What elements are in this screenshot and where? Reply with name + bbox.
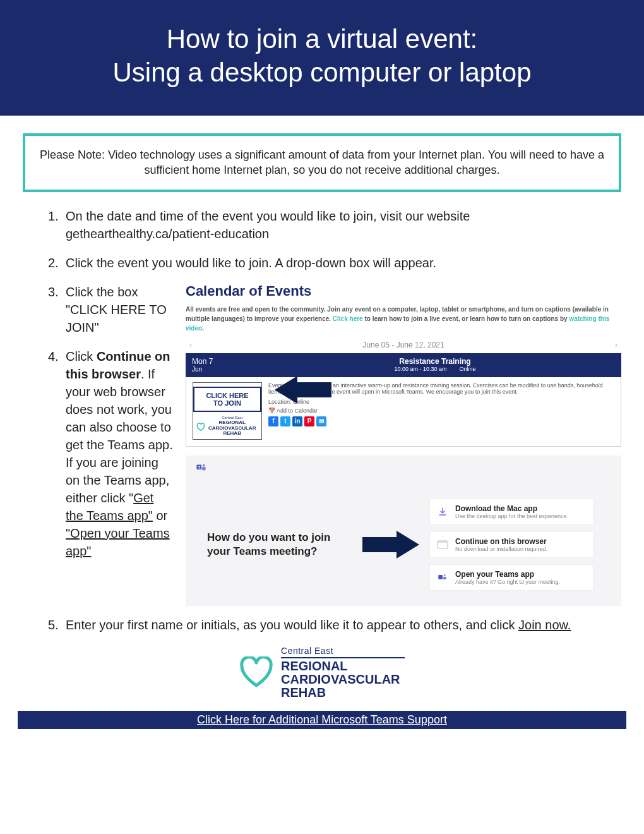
step-number: 4.	[48, 348, 66, 560]
event-body: CLICK HERE TO JOIN Central East REGIONAL…	[186, 377, 621, 447]
title-line-2: Using a desktop computer or laptop	[112, 57, 531, 87]
svg-point-2	[203, 464, 205, 466]
download-icon	[436, 505, 449, 518]
teams-screenshot: T How do you want to join your Teams mee…	[186, 456, 621, 606]
svg-text:T: T	[198, 466, 200, 469]
steps-3-4-text: 3. Click the box "CLICK HERE TO JOIN" 4.…	[48, 283, 174, 571]
social-share: f t in P ✉	[268, 416, 614, 426]
step-text: Enter your first name or initials, as yo…	[66, 616, 621, 634]
organization-logo: Central East REGIONAL CARDIOVASCULAR REH…	[23, 645, 621, 699]
teams-question: How do you want to join your Teams meeti…	[207, 531, 352, 559]
calendar-nav: ‹ June 05 - June 12, 2021 ›	[186, 339, 621, 353]
svg-point-7	[444, 574, 446, 576]
arrow-right-icon	[362, 531, 419, 559]
browser-icon	[436, 538, 449, 551]
email-icon[interactable]: ✉	[316, 416, 326, 426]
steps-list-cont: 5. Enter your first name or initials, as…	[23, 616, 621, 634]
event-date: Mon 7 Jun	[192, 357, 255, 373]
pinterest-icon[interactable]: P	[304, 416, 314, 426]
facebook-icon[interactable]: f	[268, 416, 278, 426]
footer-support-link[interactable]: Click Here for Additional Microsoft Team…	[18, 711, 626, 729]
add-to-calendar-link[interactable]: 📅 Add to Calendar	[268, 408, 614, 414]
click-here-to-join-button[interactable]: CLICK HERE TO JOIN	[193, 387, 261, 412]
page-title: How to join a virtual event: Using a des…	[14, 23, 630, 89]
join-panel: CLICK HERE TO JOIN Central East REGIONAL…	[193, 382, 262, 440]
step-4: 4. Click Continue on this browser. If yo…	[48, 348, 174, 560]
open-teams-app-option[interactable]: Open your Teams appAlready have it? Go r…	[429, 564, 593, 591]
organizer-logo: Central East REGIONAL CARDIOVASCULAR REH…	[193, 414, 261, 438]
teams-content-row: How do you want to join your Teams meeti…	[196, 499, 611, 591]
step-text: On the date and time of the event you wo…	[66, 207, 621, 243]
svg-rect-8	[443, 577, 446, 580]
screenshots-column: Calendar of Events All events are free a…	[186, 283, 621, 607]
step-1: 1. On the date and time of the event you…	[48, 207, 621, 243]
teams-options: Download the Mac appUse the desktop app …	[429, 499, 593, 591]
step-number: 1.	[48, 207, 66, 243]
step-text: Click the box "CLICK HERE TO JOIN"	[66, 283, 174, 336]
linkedin-icon[interactable]: in	[292, 416, 302, 426]
teams-icon: T	[196, 462, 207, 473]
event-time: 10:00 am - 10:30 am	[394, 366, 446, 372]
date-range: June 05 - June 12, 2021	[362, 341, 444, 349]
arrow-left-icon	[275, 376, 331, 404]
teams-small-icon	[436, 571, 449, 584]
content: Please Note: Video technology uses a sig…	[0, 116, 644, 699]
note-text: Please Note: Video technology uses a sig…	[40, 148, 604, 176]
arrow-annotation	[275, 376, 331, 406]
steps-3-4-row: 3. Click the box "CLICK HERE TO JOIN" 4.…	[23, 283, 621, 607]
svg-rect-5	[438, 541, 448, 543]
steps-list: 1. On the date and time of the event you…	[23, 207, 621, 272]
twitter-icon[interactable]: t	[280, 416, 290, 426]
calendar-screenshot: Calendar of Events All events are free a…	[186, 283, 621, 447]
prev-week-button[interactable]: ‹	[189, 341, 192, 349]
svg-rect-3	[202, 467, 206, 471]
note-box: Please Note: Video technology uses a sig…	[23, 133, 621, 192]
event-title-block: Resistance Training 10:00 am - 10:30 am …	[255, 357, 615, 373]
event-title: Resistance Training	[255, 357, 615, 366]
calendar-description: All events are free and open to the comm…	[186, 305, 621, 333]
event-mode: Online	[460, 366, 476, 372]
click-here-link[interactable]: Click here	[333, 315, 363, 322]
svg-rect-6	[438, 575, 443, 579]
step-text: Click Continue on this browser. If your …	[66, 348, 174, 560]
heart-icon	[196, 422, 206, 431]
continue-browser-option[interactable]: Continue on this browserNo download or i…	[429, 531, 593, 558]
logo-text: Central East REGIONAL CARDIOVASCULAR REH…	[281, 645, 405, 699]
step-5: 5. Enter your first name or initials, as…	[48, 616, 621, 634]
heart-icon	[239, 656, 273, 688]
step-number: 3.	[48, 283, 66, 336]
download-mac-app-option[interactable]: Download the Mac appUse the desktop app …	[429, 499, 593, 525]
event-header[interactable]: Mon 7 Jun Resistance Training 10:00 am -…	[186, 353, 621, 377]
step-text: Click the event you would like to join. …	[66, 254, 621, 272]
header-banner: How to join a virtual event: Using a des…	[0, 0, 644, 116]
next-week-button[interactable]: ›	[615, 341, 617, 349]
step-number: 2.	[48, 254, 66, 272]
step-number: 5.	[48, 616, 66, 634]
calendar-title: Calendar of Events	[186, 283, 621, 299]
step-2: 2. Click the event you would like to joi…	[48, 254, 621, 272]
step-3: 3. Click the box "CLICK HERE TO JOIN"	[48, 283, 174, 336]
title-line-1: How to join a virtual event:	[167, 24, 478, 54]
